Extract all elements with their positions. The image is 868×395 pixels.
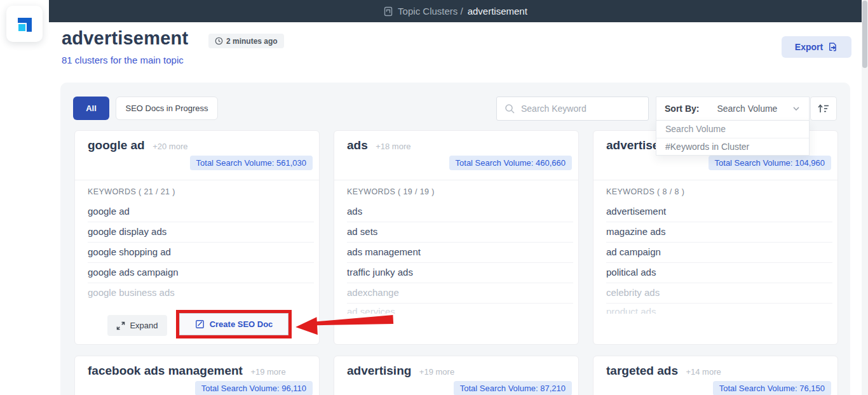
sort-selected-value: Search Volume bbox=[717, 104, 788, 114]
keyword-item[interactable]: google ads campaign bbox=[88, 263, 314, 283]
sort-by-select[interactable]: Sort By: Search Volume bbox=[656, 97, 810, 121]
clock-icon bbox=[215, 37, 223, 45]
sort-by-label: Sort By: bbox=[665, 104, 699, 114]
scrollbar-track[interactable] bbox=[862, 0, 868, 395]
cluster-more-count: +19 more bbox=[419, 367, 454, 377]
page-title: advertisement bbox=[62, 28, 188, 49]
search-icon bbox=[505, 104, 515, 114]
cluster-title: advertising bbox=[347, 364, 411, 377]
keyword-item[interactable]: ad campaign bbox=[606, 243, 832, 263]
keyword-list: google ad google display ads google shop… bbox=[75, 202, 319, 304]
keyword-item[interactable]: google ad bbox=[88, 202, 314, 222]
breadcrumb[interactable]: Topic Clusters / bbox=[398, 6, 463, 17]
keyword-item[interactable]: product ads bbox=[606, 304, 832, 314]
cluster-more-count: +18 more bbox=[376, 142, 410, 151]
keywords-count-label: KEYWORDS ( 19 / 19 ) bbox=[347, 187, 435, 196]
total-search-volume-badge: Total Search Volume: 460,660 bbox=[449, 156, 572, 170]
keyword-item[interactable]: google business ads bbox=[88, 283, 314, 304]
page-subtitle: 81 clusters for the main topic bbox=[62, 55, 184, 65]
keyword-item[interactable]: ads management bbox=[347, 243, 573, 263]
sort-option-keywords-in-cluster[interactable]: #Keywords in Cluster bbox=[656, 138, 809, 155]
keyword-item[interactable]: advertisement bbox=[606, 202, 832, 222]
cluster-more-count: +19 more bbox=[250, 367, 285, 377]
scrollbar-thumb[interactable] bbox=[862, 1, 867, 68]
total-search-volume-badge: Total Search Volume: 561,030 bbox=[190, 156, 313, 170]
keywords-count-label: KEYWORDS ( 21 / 21 ) bbox=[88, 187, 175, 196]
annotation-highlight-box: Create SEO Doc bbox=[176, 310, 292, 338]
total-search-volume-badge: Total Search Volume: 104,960 bbox=[709, 156, 831, 170]
expand-button[interactable]: Expand bbox=[107, 315, 167, 336]
keyword-item[interactable]: google shopping ad bbox=[88, 243, 314, 263]
expand-icon bbox=[116, 321, 125, 330]
search-input[interactable] bbox=[521, 104, 641, 114]
keyword-item[interactable]: ads bbox=[347, 202, 573, 222]
edit-document-icon bbox=[195, 319, 205, 329]
keyword-list: ads ad sets ads management traffic junky… bbox=[334, 202, 578, 314]
cluster-title: ads bbox=[347, 138, 368, 152]
divider bbox=[75, 180, 319, 180]
chevron-down-icon bbox=[792, 104, 801, 113]
cluster-card-google-ad: google ad +20 more Total Search Volume: … bbox=[74, 130, 320, 345]
cluster-more-count: +14 more bbox=[686, 367, 721, 377]
total-search-volume-badge: Total Search Volume: 96,110 bbox=[195, 381, 313, 395]
cluster-card-facebook-ads-management: facebook ads management +19 more Total S… bbox=[74, 356, 320, 395]
keywords-count-label: KEYWORDS ( 8 / 8 ) bbox=[606, 187, 684, 196]
keyword-item[interactable]: political ads bbox=[606, 263, 832, 283]
top-bar: Topic Clusters / advertisement bbox=[49, 0, 862, 22]
keyword-list: advertisement magazine ads ad campaign p… bbox=[593, 202, 837, 314]
sort-option-search-volume[interactable]: Search Volume bbox=[656, 121, 809, 138]
create-seo-doc-label: Create SEO Doc bbox=[210, 319, 273, 329]
expand-button-label: Expand bbox=[130, 321, 158, 330]
updated-badge: 2 minutes ago bbox=[208, 34, 284, 48]
create-seo-doc-button[interactable]: Create SEO Doc bbox=[179, 313, 288, 335]
search-box bbox=[496, 97, 649, 121]
total-search-volume-badge: Total Search Volume: 87,210 bbox=[454, 381, 572, 395]
file-export-icon bbox=[828, 42, 838, 52]
left-sidebar bbox=[0, 0, 49, 395]
cluster-title: facebook ads management bbox=[88, 364, 243, 377]
keyword-item[interactable]: celebrity ads bbox=[606, 283, 832, 304]
updated-badge-label: 2 minutes ago bbox=[226, 37, 278, 46]
export-button-label: Export bbox=[795, 42, 823, 52]
sort-dropdown-menu: Search Volume #Keywords in Cluster bbox=[656, 121, 810, 156]
app-logo[interactable] bbox=[6, 6, 43, 42]
sort-direction-button[interactable] bbox=[810, 97, 837, 121]
keyword-item[interactable]: magazine ads bbox=[606, 222, 832, 243]
keyword-item[interactable]: google display ads bbox=[88, 222, 314, 243]
tab-all[interactable]: All bbox=[73, 97, 109, 120]
cluster-title: targeted ads bbox=[606, 364, 678, 377]
cluster-card-targeted-ads: targeted ads +14 more Total Search Volum… bbox=[593, 356, 838, 395]
keyword-item[interactable]: ad sets bbox=[347, 222, 573, 243]
sort-ascending-icon bbox=[817, 103, 830, 114]
cluster-card-advertisement: advertisement Total Search Volume: 104,9… bbox=[593, 130, 838, 345]
cluster-card-advertising: advertising +19 more Total Search Volume… bbox=[334, 356, 579, 395]
cluster-more-count: +20 more bbox=[153, 142, 187, 151]
keyword-item[interactable]: traffic junky ads bbox=[347, 263, 573, 283]
divider bbox=[334, 180, 578, 180]
breadcrumb-current: advertisement bbox=[468, 6, 527, 17]
divider bbox=[593, 180, 837, 180]
logo-icon bbox=[13, 13, 36, 36]
keyword-item[interactable]: adexchange bbox=[347, 283, 573, 304]
document-icon bbox=[383, 6, 393, 17]
export-button[interactable]: Export bbox=[782, 36, 851, 58]
total-search-volume-badge: Total Search Volume: 76,150 bbox=[713, 381, 831, 395]
cluster-title: google ad bbox=[88, 138, 145, 152]
tab-seo-docs-in-progress[interactable]: SEO Docs in Progress bbox=[116, 97, 218, 120]
